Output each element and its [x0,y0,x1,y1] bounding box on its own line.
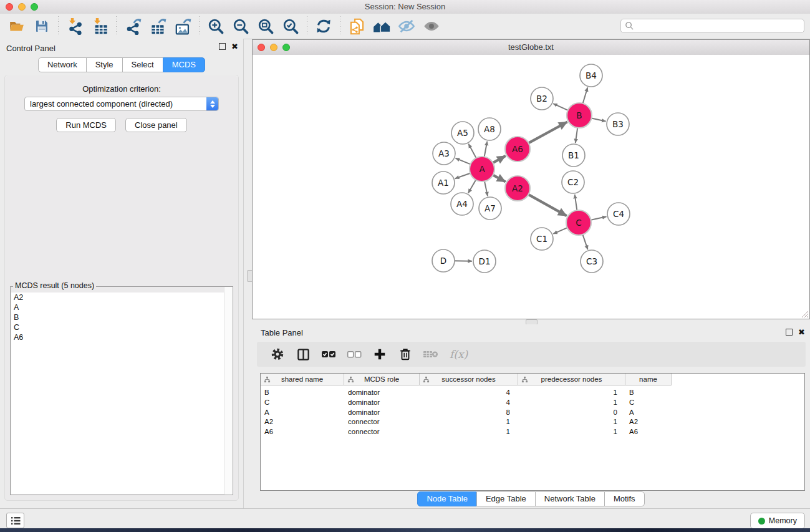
result-scrollbar[interactable] [224,287,233,495]
node-C[interactable]: C [566,210,591,235]
tab-network[interactable]: Network [38,57,87,72]
import-table-button[interactable] [90,17,109,36]
deselect-all-columns-button[interactable] [345,345,364,364]
edge-B-B1[interactable] [576,128,577,143]
search-input[interactable] [634,20,804,32]
edge-A-A4[interactable] [468,180,476,193]
table-row[interactable]: Bdominator41B [261,388,804,398]
edge-C-C3[interactable] [582,235,587,249]
zoom-selected-button[interactable] [281,17,300,36]
tab-style[interactable]: Style [86,57,123,72]
select-all-columns-button[interactable] [319,345,338,364]
new-network-from-selection-button[interactable] [347,17,366,36]
node-D1[interactable]: D1 [473,250,496,273]
function-builder-button[interactable]: f(x) [447,345,475,364]
result-item[interactable]: B [11,312,232,322]
zoom-out-button[interactable] [231,17,250,36]
edge-B-B3[interactable] [592,118,606,121]
close-panel-icon[interactable]: ✖ [231,43,238,50]
refresh-button[interactable] [314,17,333,36]
table-row[interactable]: Adominator80A [261,408,804,418]
edge-A-A6[interactable] [493,156,505,163]
function-icon: f(x) [448,347,473,362]
float-table-panel-icon[interactable] [786,329,793,336]
close-panel-button[interactable]: Close panel [125,118,187,132]
edge-C-C2[interactable] [575,195,577,210]
node-A3[interactable]: A3 [433,142,455,165]
edge-B-B4[interactable] [583,87,588,104]
node-C3[interactable]: C3 [581,250,603,273]
float-panel-icon[interactable] [219,43,226,50]
node-C1[interactable]: C1 [531,228,553,250]
delete-column-button[interactable] [396,345,415,364]
delete-table-button[interactable] [422,345,440,364]
node-A7[interactable]: A7 [479,197,501,220]
save-session-button[interactable] [32,17,51,36]
edge-A-A7[interactable] [485,181,488,196]
edge-A-A3[interactable] [456,158,471,165]
edge-A2-C[interactable] [528,195,566,216]
tab-network-table[interactable]: Network Table [535,491,605,506]
edge-A-A2[interactable] [493,175,506,182]
node-C2[interactable]: C2 [562,171,584,193]
tab-select[interactable]: Select [122,57,163,72]
run-mcds-button[interactable]: Run MCDS [56,118,116,132]
edge-C-C4[interactable] [591,216,607,220]
zoom-fit-button[interactable] [256,17,275,36]
edge-A-A5[interactable] [468,144,476,158]
table-row[interactable]: A6connector11A6 [261,427,804,437]
table-row[interactable]: A2connector11A2 [261,417,804,427]
hide-selected-button[interactable] [397,17,416,36]
memory-button[interactable]: Memory [750,513,805,529]
export-table-button[interactable] [148,17,167,36]
node-A8[interactable]: A8 [478,118,501,140]
table-settings-button[interactable] [268,345,287,364]
node-B[interactable]: B [567,103,592,128]
open-session-button[interactable] [7,17,26,36]
node-B2[interactable]: B2 [531,87,553,110]
node-D[interactable]: D [432,249,455,272]
criterion-dropdown[interactable]: largest connected component (directed) [24,97,219,111]
column-header-MCDS-role[interactable]: MCDS role [344,374,420,385]
node-B4[interactable]: B4 [580,64,602,87]
tab-edge-table[interactable]: Edge Table [476,491,536,506]
node-A[interactable]: A [470,157,494,181]
node-A2[interactable]: A2 [505,176,530,201]
node-B3[interactable]: B3 [607,113,629,135]
edge-B-B2[interactable] [553,104,568,110]
node-A1[interactable]: A1 [432,172,455,194]
export-network-button[interactable] [123,17,142,36]
tab-motifs[interactable]: Motifs [604,491,645,506]
network-canvas[interactable]: B4B2BB3A5A8A6B1A3AA1C2A2A4A7C4CC1C3DD1 [253,55,809,319]
node-A6[interactable]: A6 [505,137,530,162]
edge-A-A1[interactable] [455,173,470,179]
zoom-in-button[interactable] [206,17,225,36]
column-header-name[interactable]: name [625,374,672,385]
tab-node-table[interactable]: Node Table [417,491,477,506]
node-C4[interactable]: C4 [607,203,630,225]
import-network-button[interactable] [65,17,84,36]
result-item[interactable]: A [11,302,232,312]
result-item[interactable]: C [11,322,232,332]
node-A4[interactable]: A4 [451,193,473,215]
node-A5[interactable]: A5 [451,122,474,144]
tab-mcds[interactable]: MCDS [163,57,205,72]
task-history-button[interactable] [6,513,24,528]
column-layout-button[interactable] [294,345,312,364]
export-image-button[interactable] [173,17,192,36]
column-header-shared-name[interactable]: shared name [261,374,344,385]
result-item[interactable]: A6 [11,332,232,342]
node-B1[interactable]: B1 [562,144,585,167]
column-header-successor-nodes[interactable]: successor nodes [420,374,518,385]
edge-A-A8[interactable] [485,142,488,157]
result-item[interactable]: A2 [11,293,232,302]
table-row[interactable]: Cdominator41C [261,398,804,408]
first-neighbors-button[interactable] [372,17,391,36]
show-hidden-button[interactable] [422,17,441,36]
edge-A6-B[interactable] [529,122,567,143]
column-header-predecessor-nodes[interactable]: predecessor nodes [518,374,625,385]
edge-C-C1[interactable] [553,228,567,234]
resize-grip-icon[interactable] [800,309,809,318]
close-table-panel-icon[interactable]: ✖ [798,329,805,336]
add-column-button[interactable] [370,345,389,364]
